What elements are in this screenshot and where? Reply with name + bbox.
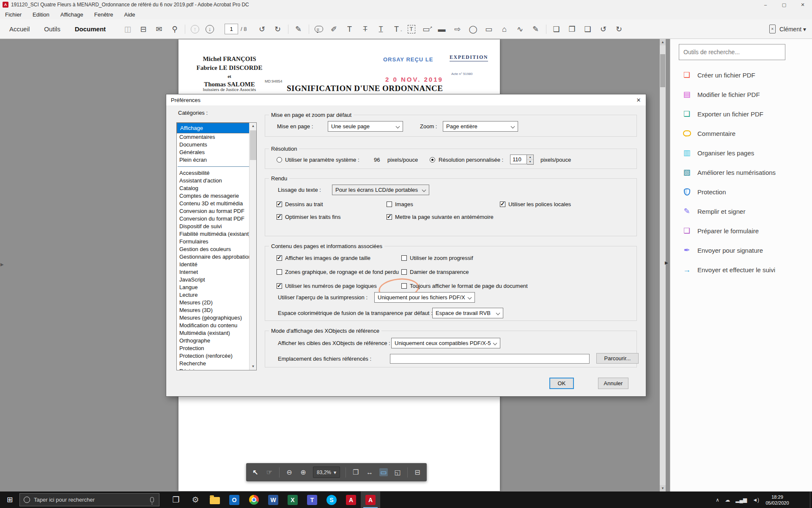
tool-item-fill-sign[interactable]: ✎Remplir et signer: [670, 202, 812, 221]
previous-page-icon[interactable]: ↑: [191, 25, 199, 33]
outlook-app-icon[interactable]: O: [225, 491, 244, 508]
rotate-left-icon[interactable]: ↺: [599, 25, 608, 34]
chrome-app-icon[interactable]: [244, 491, 263, 508]
start-button[interactable]: ⊞: [0, 491, 19, 508]
category-item[interactable]: Orthographe: [177, 337, 256, 345]
tool-item-prepare-form[interactable]: ❏Préparer le formulaire: [670, 221, 812, 240]
next-page-icon[interactable]: ↓: [206, 25, 214, 33]
category-item[interactable]: Recherche: [177, 360, 256, 367]
category-item[interactable]: Conversion au format PDF: [177, 207, 256, 215]
logical-page-numbers-checkbox[interactable]: [277, 283, 282, 289]
word-app-icon[interactable]: W: [263, 491, 283, 508]
microphone-icon[interactable]: [150, 497, 154, 502]
custom-resolution-radio[interactable]: [430, 157, 435, 163]
polygon-tool-icon[interactable]: ⌂: [500, 25, 509, 34]
category-item[interactable]: Dispositif de suivi: [177, 223, 256, 230]
tool-item-comment[interactable]: Commentaire: [670, 124, 812, 143]
taskbar-search[interactable]: Taper ici pour rechercher: [19, 493, 159, 506]
tool-item-organize-pages[interactable]: ▥Organiser les pages: [670, 143, 812, 163]
previous-view-icon[interactable]: ↺: [258, 25, 267, 34]
file-export-icon[interactable]: ❐: [568, 25, 577, 34]
tool-item-send-track[interactable]: →Envoyer et effectuer le suivi: [670, 260, 812, 279]
email-icon[interactable]: ✉: [154, 25, 164, 34]
category-item[interactable]: Affichage: [177, 123, 256, 133]
layout-select[interactable]: Une seule page: [328, 121, 403, 132]
tab-accueil[interactable]: Accueil: [9, 25, 30, 33]
category-item[interactable]: Assistant d'action: [177, 177, 256, 185]
acrobat-app-icon[interactable]: A: [341, 491, 361, 508]
scroll-up-icon[interactable]: ▲: [660, 39, 666, 45]
thin-lines-checkbox[interactable]: [277, 214, 282, 220]
maximize-button[interactable]: ▢: [775, 0, 793, 9]
category-item[interactable]: Lecture: [177, 291, 256, 299]
listbox-scrollbar-thumb[interactable]: [250, 130, 256, 160]
file-explorer-icon[interactable]: [205, 491, 225, 508]
select-tool-icon[interactable]: ↖: [251, 468, 260, 476]
next-view-icon[interactable]: ↻: [273, 25, 283, 34]
mobile-device-icon[interactable]: ✕: [769, 25, 776, 33]
comment-bubble-icon[interactable]: [315, 26, 323, 32]
print-icon[interactable]: ⊟: [139, 25, 148, 34]
onedrive-tray-icon[interactable]: ☁: [725, 497, 730, 503]
file-import-icon[interactable]: ❑: [583, 25, 593, 34]
print-icon[interactable]: ⊟: [413, 468, 422, 476]
skype-app-icon[interactable]: S: [322, 491, 341, 508]
category-item[interactable]: Formulaires: [177, 238, 256, 246]
line-tool-icon[interactable]: ▬: [437, 25, 447, 34]
listbox-scrollbar[interactable]: ▲ ▼: [249, 123, 256, 370]
page-thumbnails-icon[interactable]: ❐: [351, 468, 360, 476]
zoom-select[interactable]: Page entière: [443, 121, 518, 132]
pencil-tool-icon[interactable]: ✎: [531, 25, 540, 34]
menu-aide[interactable]: Aide: [124, 11, 135, 18]
browse-button[interactable]: Parcourir...: [596, 353, 639, 364]
category-item[interactable]: JavaScript: [177, 276, 256, 284]
category-item[interactable]: Documents: [177, 141, 256, 149]
highlighter-icon[interactable]: ✐: [329, 25, 339, 34]
category-item[interactable]: Accessibilité: [177, 169, 256, 177]
ok-button[interactable]: OK: [549, 378, 574, 389]
actual-size-icon[interactable]: ▭: [379, 468, 388, 476]
category-item[interactable]: Identité: [177, 261, 256, 268]
left-pane-expand-icon[interactable]: ▶: [0, 262, 4, 267]
category-item[interactable]: Protection (renforcée): [177, 352, 256, 360]
images-checkbox[interactable]: [387, 202, 392, 207]
blend-space-select[interactable]: Espace de travail RVB: [432, 308, 503, 318]
zoom-in-icon[interactable]: ⊕: [299, 468, 307, 476]
ellipse-tool-icon[interactable]: ◯: [469, 25, 478, 34]
category-item[interactable]: Contenu 3D et multimédia: [177, 200, 256, 207]
right-panel-collapse-icon[interactable]: ▶: [665, 260, 668, 265]
smooth-zoom-checkbox[interactable]: [401, 255, 407, 261]
tool-item-edit-pdf[interactable]: ▤Modifier le fichier PDF: [670, 85, 812, 104]
menu-fenêtre[interactable]: Fenêtre: [94, 11, 113, 18]
tool-item-send-signature[interactable]: ✒Envoyer pour signature: [670, 240, 812, 260]
tray-expand-icon[interactable]: ∧: [716, 497, 719, 503]
overprint-select[interactable]: Uniquement pour les fichiers PDF/X: [374, 292, 475, 303]
search-icon[interactable]: ⚲: [170, 25, 179, 34]
zoom-out-icon[interactable]: ⊖: [285, 468, 294, 476]
fit-width-icon[interactable]: ↔: [365, 469, 374, 476]
scroll-down-icon[interactable]: ▼: [660, 485, 666, 491]
tool-item-protection[interactable]: Protection: [670, 182, 812, 202]
scrollbar-thumb[interactable]: [660, 54, 665, 87]
menu-edition[interactable]: Edition: [33, 11, 49, 18]
category-item[interactable]: Comptes de messagerie: [177, 192, 256, 200]
referenced-files-input[interactable]: [390, 354, 590, 364]
large-images-checkbox[interactable]: [277, 255, 282, 261]
minimize-button[interactable]: –: [756, 0, 775, 9]
tool-item-enhance-scans[interactable]: ▧Améliorer les numérisations: [670, 163, 812, 182]
teams-app-icon[interactable]: T: [302, 491, 322, 508]
cancel-button[interactable]: Annuler: [598, 378, 628, 389]
category-item[interactable]: Fiabilité multimédia (existant): [177, 230, 256, 238]
transparency-grid-checkbox[interactable]: [401, 269, 407, 275]
page-cache-checkbox[interactable]: [387, 214, 392, 220]
category-item[interactable]: Plein écran: [177, 156, 256, 164]
category-item[interactable]: Multimédia (existant): [177, 329, 256, 337]
note-to-text-icon[interactable]: T: [392, 25, 401, 34]
tool-item-export-pdf[interactable]: ❏Exporter un fichier PDF: [670, 104, 812, 124]
rectangle-tool-icon[interactable]: ▭: [484, 25, 494, 34]
custom-resolution-input[interactable]: [510, 155, 527, 164]
category-item[interactable]: Internet: [177, 268, 256, 276]
local-fonts-checkbox[interactable]: [500, 202, 505, 207]
category-item[interactable]: Révision: [177, 367, 256, 370]
tab-outils[interactable]: Outils: [44, 25, 60, 33]
